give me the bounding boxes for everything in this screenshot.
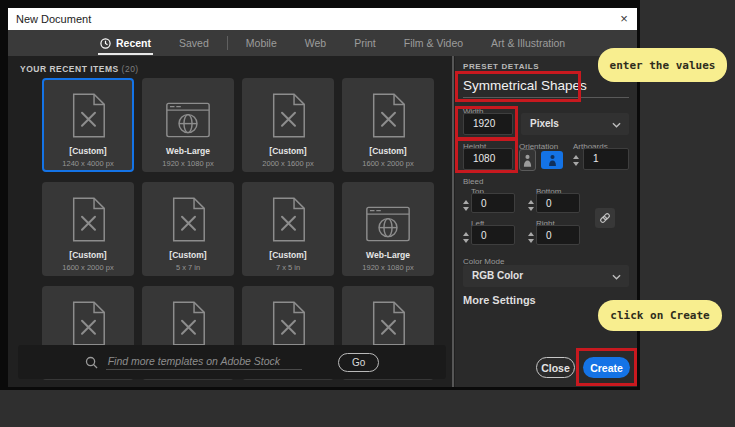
artboards-stepper[interactable]: [571, 150, 580, 170]
search-placeholder: Find more templates on Adobe Stock: [106, 355, 302, 370]
template-size: 5 x 7 in: [176, 263, 200, 272]
template-icon: [170, 184, 207, 242]
width-input[interactable]: 1920: [463, 113, 513, 135]
template-icon: [370, 80, 407, 138]
template-icon: [70, 80, 107, 138]
template-size: 1600 x 2000 px: [362, 159, 413, 168]
template-name: [Custom]: [269, 250, 306, 260]
template-size: 1920 x 1080 px: [162, 159, 213, 168]
template-icon: [270, 80, 307, 138]
template-name: [Custom]: [69, 250, 106, 260]
template-size: 1600 x 2000 px: [62, 263, 113, 272]
orientation-landscape-button[interactable]: [541, 151, 563, 169]
new-document-dialog: New Document × Recent Saved Mobile: [0, 0, 640, 390]
clock-icon: [100, 38, 111, 49]
annotation-enter-the-values: enter the values: [598, 48, 727, 82]
tab-label: Film & Video: [404, 37, 463, 49]
tab-web[interactable]: Web: [291, 30, 340, 56]
orientation-portrait-button[interactable]: [519, 149, 536, 171]
bleed-top-input[interactable]: 0: [471, 193, 515, 213]
tab-label: Mobile: [246, 37, 277, 49]
recent-item-card[interactable]: [Custom] 1600 x 2000 px: [342, 78, 434, 172]
annotation-click-on-create: click on Create: [598, 300, 722, 331]
tab-recent[interactable]: Recent: [86, 30, 165, 56]
close-button[interactable]: Close: [536, 357, 575, 378]
go-button[interactable]: Go: [338, 353, 379, 372]
scrollbar[interactable]: [452, 56, 454, 387]
template-size: 1240 x 4000 px: [62, 159, 113, 168]
create-button[interactable]: Create: [583, 357, 630, 378]
tab-label: Print: [354, 37, 376, 49]
recent-items-header: YOUR RECENT ITEMS (20): [20, 64, 139, 74]
recent-item-card[interactable]: [Custom] 5 x 7 in: [142, 182, 234, 276]
recent-item-card[interactable]: [Custom] 7 x 5 in: [242, 182, 334, 276]
tab-bar: Recent Saved Mobile Web Print: [8, 30, 637, 56]
recent-item-card[interactable]: Web-Large 1920 x 1080 px: [142, 78, 234, 172]
preset-details-panel: PRESET DETAILS Symmetrical Shapes Width …: [455, 56, 637, 387]
tab-label: Saved: [179, 37, 209, 49]
preset-details-header: PRESET DETAILS: [463, 62, 539, 71]
document-name-input[interactable]: Symmetrical Shapes: [463, 76, 629, 98]
bleed-right-stepper[interactable]: [526, 227, 535, 247]
bleed-left-input[interactable]: 0: [471, 225, 515, 245]
bleed-right-input[interactable]: 0: [536, 225, 580, 245]
template-name: [Custom]: [269, 146, 306, 156]
tab-label: Recent: [116, 37, 151, 49]
close-icon[interactable]: ×: [611, 8, 637, 30]
recent-item-card[interactable]: [Custom] 1240 x 4000 px: [42, 78, 134, 172]
template-icon: [165, 80, 211, 138]
template-name: Web-Large: [366, 250, 410, 260]
artboards-input[interactable]: 1: [583, 148, 629, 170]
tab-label: Art & Illustration: [491, 37, 565, 49]
tab-mobile[interactable]: Mobile: [232, 30, 291, 56]
tab-art-illustration[interactable]: Art & Illustration: [477, 30, 579, 56]
tab-print[interactable]: Print: [340, 30, 390, 56]
bleed-bottom-stepper[interactable]: [526, 195, 535, 215]
template-size: 7 x 5 in: [276, 263, 300, 272]
bleed-top-stepper[interactable]: [461, 195, 470, 215]
template-icon: [70, 184, 107, 242]
bleed-left-stepper[interactable]: [461, 227, 470, 247]
tab-divider: [227, 36, 228, 50]
stock-search-input[interactable]: Find more templates on Adobe Stock: [85, 355, 302, 370]
bleed-label: Bleed: [463, 177, 483, 186]
tab-film-video[interactable]: Film & Video: [390, 30, 477, 56]
template-icon: [270, 184, 307, 242]
link-bleed-values-icon[interactable]: [595, 208, 615, 228]
recent-items-panel: YOUR RECENT ITEMS (20) [Custom] 1240 x 4…: [8, 56, 455, 387]
dialog-title: New Document: [8, 13, 611, 25]
template-size: 1920 x 1080 px: [362, 263, 413, 272]
more-settings-link[interactable]: More Settings: [463, 294, 536, 306]
template-icon: [170, 288, 207, 346]
chevron-down-icon: [612, 274, 621, 280]
template-name: [Custom]: [69, 146, 106, 156]
recent-item-card[interactable]: [Custom] 1600 x 2000 px: [42, 182, 134, 276]
template-icon: [270, 288, 307, 346]
chevron-down-icon: [612, 122, 621, 128]
recent-item-card[interactable]: [Custom] 2000 x 1600 px: [242, 78, 334, 172]
title-bar: New Document ×: [8, 8, 637, 30]
unit-select[interactable]: Pixels: [521, 113, 629, 135]
recent-item-card[interactable]: Web-Large 1920 x 1080 px: [342, 182, 434, 276]
template-size: 2000 x 1600 px: [262, 159, 313, 168]
bleed-bottom-input[interactable]: 0: [536, 193, 580, 213]
adobe-stock-search-strip: Find more templates on Adobe Stock Go: [18, 345, 446, 379]
tab-label: Web: [305, 37, 326, 49]
color-mode-select[interactable]: RGB Color: [463, 265, 629, 287]
template-icon: [365, 184, 411, 242]
recent-items-count: (20): [122, 64, 139, 74]
template-grid: [Custom] 1240 x 4000 px Web-Large 1920 x…: [42, 78, 434, 380]
template-name: [Custom]: [169, 250, 206, 260]
search-icon: [85, 356, 98, 369]
template-name: Web-Large: [166, 146, 210, 156]
tab-saved[interactable]: Saved: [165, 30, 223, 56]
dialog-body: YOUR RECENT ITEMS (20) [Custom] 1240 x 4…: [8, 56, 637, 387]
template-icon: [70, 288, 107, 346]
template-name: [Custom]: [369, 146, 406, 156]
height-input[interactable]: 1080: [463, 148, 513, 170]
template-icon: [370, 288, 407, 346]
